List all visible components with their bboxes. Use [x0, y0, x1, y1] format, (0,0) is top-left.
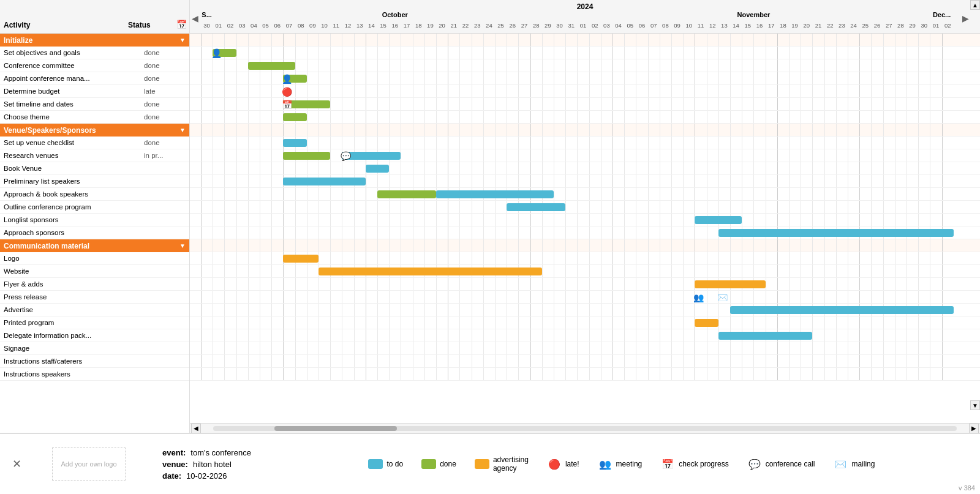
- footer-venue-label: venue:: [162, 460, 188, 469]
- left-row-venue-checklist: Set up venue checklist done: [0, 137, 189, 149]
- gantt-bar[interactable]: [436, 190, 554, 198]
- left-row-committee: Conference committee done: [0, 59, 189, 72]
- gantt-row: [190, 162, 980, 175]
- activity-name: Logo: [0, 255, 140, 262]
- left-row-approach-sponsors: Approach sponsors: [0, 226, 189, 239]
- group-row-initialize[interactable]: Initialize ▼: [0, 34, 189, 47]
- gantt-bar[interactable]: [377, 190, 436, 198]
- hscroll-track[interactable]: [213, 426, 957, 431]
- gantt-bar[interactable]: [718, 229, 954, 237]
- gantt-bar[interactable]: [366, 165, 389, 173]
- group-row-comm[interactable]: Communication material ▼: [0, 239, 189, 252]
- left-row-printed: Printed program: [0, 316, 189, 329]
- bar-icon: 👥: [693, 291, 704, 304]
- activity-name: Determine budget: [0, 88, 140, 95]
- legend-check: 📅 check progress: [660, 455, 728, 473]
- gantt-row: 🔴: [190, 85, 980, 98]
- day-label: 05: [260, 22, 271, 29]
- day-label: 26: [871, 22, 883, 29]
- gantt-bar[interactable]: [695, 216, 742, 224]
- left-row-longlist: Longlist sponsors: [0, 214, 189, 226]
- gantt-bar[interactable]: [507, 203, 565, 211]
- activity-name: Approach & book speakers: [0, 190, 140, 198]
- day-label: 09: [671, 22, 683, 29]
- vscroll-down[interactable]: ▼: [970, 400, 980, 410]
- group-label-comm: Communication material: [4, 242, 177, 250]
- hscroll-area[interactable]: ◀ ▶: [190, 423, 980, 433]
- day-label: 01: [930, 22, 941, 29]
- gantt-bar[interactable]: [318, 268, 542, 275]
- day-label: 30: [201, 22, 213, 29]
- legend-late: 🔴 late!: [547, 455, 579, 473]
- left-row-flyer: Flyer & adds: [0, 278, 189, 291]
- day-label: 02: [224, 22, 236, 29]
- hscroll-right[interactable]: ▶: [969, 424, 979, 433]
- day-label: 05: [624, 22, 636, 29]
- hscroll-thumb[interactable]: [274, 426, 397, 431]
- activity-name: Conference committee: [0, 62, 140, 69]
- close-icon[interactable]: ✕: [12, 457, 21, 471]
- gantt-wrapper: Activity Status 📅 Initialize ▼ Set objec…: [0, 0, 980, 433]
- gantt-bar[interactable]: [283, 139, 306, 147]
- day-label: 25: [859, 22, 871, 29]
- gantt-bar[interactable]: [283, 152, 330, 160]
- day-label: 24: [483, 22, 495, 29]
- gantt-bar[interactable]: [283, 255, 318, 263]
- late-icon: 🔴: [547, 458, 562, 470]
- gantt-bar[interactable]: [695, 280, 765, 288]
- group-arrow-venue: ▼: [179, 127, 186, 133]
- day-label: 31: [565, 22, 577, 29]
- hscroll-left[interactable]: ◀: [191, 424, 201, 433]
- activity-name: Set objectives and goals: [0, 49, 140, 56]
- day-label: 14: [730, 22, 742, 29]
- left-row-advertise: Advertise: [0, 304, 189, 316]
- day-label: 22: [459, 22, 471, 29]
- gantt-row: [190, 316, 980, 329]
- gantt-bar[interactable]: [283, 178, 365, 185]
- legend-adv: advertisingagency: [475, 455, 529, 473]
- gantt-row: 📅: [190, 98, 980, 111]
- bar-icon: 👤: [282, 73, 292, 85]
- legend-box-adv: [475, 459, 489, 469]
- gantt-bar[interactable]: [730, 306, 954, 314]
- footer-event-row: event: tom's conference: [162, 448, 251, 457]
- footer-event-label: event:: [162, 448, 186, 457]
- day-label: 22: [824, 22, 836, 29]
- left-row-press: Press release: [0, 291, 189, 304]
- day-label: 15: [742, 22, 753, 29]
- activity-name: Delegate information pack...: [0, 332, 140, 339]
- group-label-venue: Venue/Speakers/Sponsors: [4, 126, 177, 135]
- vscroll-container: ▲ ▼: [970, 0, 980, 410]
- day-label: 27: [883, 22, 895, 29]
- day-label: 29: [907, 22, 918, 29]
- day-label: 18: [413, 22, 424, 29]
- col-cal-header[interactable]: 📅: [173, 0, 189, 33]
- gantt-row: 👤: [190, 47, 980, 59]
- gantt-bar[interactable]: [695, 319, 718, 327]
- footer-logo[interactable]: Add your own logo: [52, 447, 126, 481]
- day-label: 11: [330, 22, 342, 29]
- legend-label-mailing: mailing: [851, 460, 875, 468]
- month-label-dec: Dec...: [930, 11, 953, 18]
- day-label: 01: [577, 22, 589, 29]
- bar-icon: 💬: [341, 150, 351, 162]
- activity-name: Appoint conference mana...: [0, 75, 140, 82]
- vscroll-up[interactable]: ▲: [970, 0, 980, 10]
- footer: ✕ Add your own logo event: tom's confere…: [0, 433, 980, 494]
- gantt-bar[interactable]: [718, 332, 813, 340]
- group-row-venue[interactable]: Venue/Speakers/Sponsors ▼: [0, 124, 189, 137]
- gantt-row: [190, 188, 980, 201]
- gantt-row: [190, 304, 980, 316]
- gantt-bar[interactable]: [248, 62, 295, 70]
- gantt-row: [190, 226, 980, 239]
- gantt-bar[interactable]: [283, 113, 306, 121]
- version-label: v 384: [959, 484, 975, 492]
- group-arrow-initialize: ▼: [179, 37, 186, 43]
- nav-arrow-right[interactable]: ▶: [960, 13, 970, 23]
- gantt-row: [190, 355, 980, 368]
- gantt-row: [190, 342, 980, 355]
- day-label: 04: [612, 22, 624, 29]
- left-panel: Activity Status 📅 Initialize ▼ Set objec…: [0, 0, 190, 433]
- left-row-objectives: Set objectives and goals done: [0, 47, 189, 59]
- nav-arrow-left[interactable]: ◀: [190, 13, 200, 23]
